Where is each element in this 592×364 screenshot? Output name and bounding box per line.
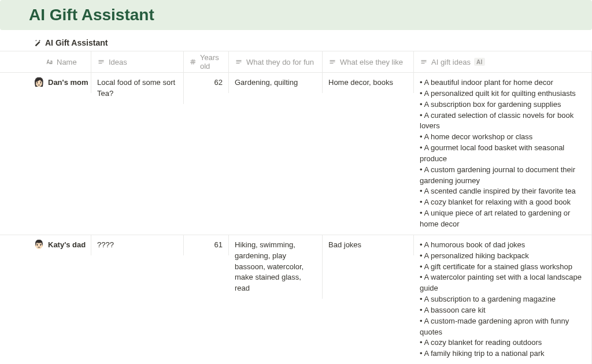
avatar-icon: 👩🏻 (34, 77, 45, 86)
column-header-ai[interactable]: AI gift ideas AI (414, 51, 592, 72)
cell-years[interactable]: 62 (184, 73, 229, 93)
column-label: AI gift ideas (431, 58, 471, 66)
cell-like[interactable]: Home decor, books (323, 73, 414, 93)
cell-ideas[interactable]: Local food of some sort Tea? (91, 73, 184, 104)
row-name: Katy's dad (48, 240, 86, 251)
cell-like[interactable]: Bad jokes (323, 235, 414, 255)
row-name: Dan's mom (48, 77, 88, 88)
avatar-icon: 👨🏻 (34, 240, 45, 248)
column-label: What else they like (340, 58, 403, 66)
number-property-icon (190, 58, 197, 66)
database-title-row[interactable]: AI Gift Assistant (0, 35, 592, 51)
column-header-name[interactable]: Name (0, 51, 91, 72)
cell-fun[interactable]: Gardening, quilting (229, 73, 323, 93)
table-row[interactable]: 👩🏻 Dan's mom Local food of some sort Tea… (0, 73, 592, 235)
cell-ideas[interactable]: ???? (91, 235, 184, 255)
text-property-icon (420, 58, 428, 66)
table-row[interactable]: 👨🏻 Katy's dad ???? 61 Hiking, swimming, … (0, 235, 592, 364)
ai-badge: AI (474, 58, 485, 66)
cell-name[interactable]: 👨🏻 Katy's dad (0, 235, 91, 255)
column-label: Ideas (109, 58, 127, 66)
column-header-years[interactable]: Years old (184, 51, 229, 72)
page-header: AI Gift Assistant (0, 0, 592, 30)
title-property-icon (45, 58, 53, 66)
table-header-row: Name Ideas Years old What they do for fu… (0, 51, 592, 73)
cell-years[interactable]: 61 (184, 235, 229, 255)
cell-ai-ideas[interactable]: • A humorous book of dad jokes • A perso… (414, 235, 592, 364)
text-property-icon (328, 58, 336, 66)
cell-name[interactable]: 👩🏻 Dan's mom (0, 73, 91, 93)
column-header-fun[interactable]: What they do for fun (229, 51, 323, 72)
table-body: 👩🏻 Dan's mom Local food of some sort Tea… (0, 73, 592, 364)
database-title: AI Gift Assistant (45, 38, 108, 47)
cell-fun[interactable]: Hiking, swimming, gardening, play bassoo… (229, 235, 323, 299)
cell-ai-ideas[interactable]: • A beautiful indoor plant for home deco… (414, 73, 592, 235)
column-header-like[interactable]: What else they like (323, 51, 414, 72)
column-header-ideas[interactable]: Ideas (91, 51, 184, 72)
text-property-icon (235, 58, 243, 66)
database-table: Name Ideas Years old What they do for fu… (0, 51, 592, 364)
column-label: What they do for fun (246, 58, 314, 66)
magic-wand-icon (34, 39, 42, 47)
page-title: AI Gift Assistant (29, 6, 583, 24)
column-label: Name (57, 58, 77, 66)
text-property-icon (97, 58, 105, 66)
column-label: Years old (200, 53, 223, 70)
